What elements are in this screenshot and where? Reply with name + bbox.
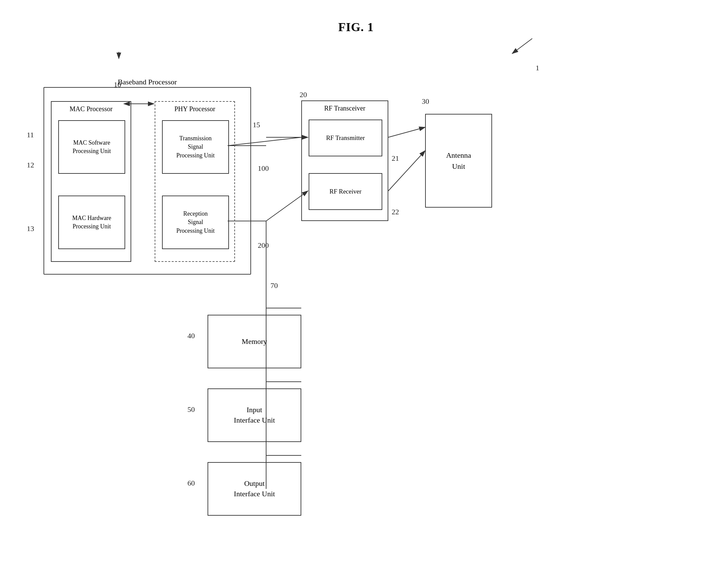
rf-receiver-box: RF Receiver — [309, 173, 382, 210]
mac-hardware-box: MAC Hardware Processing Unit — [58, 195, 125, 249]
transmission-label: Transmission Signal Processing Unit — [176, 134, 215, 160]
rf-transceiver-label: RF Transceiver — [324, 104, 366, 112]
transmission-box: Transmission Signal Processing Unit — [162, 120, 229, 174]
ref-11: 11 — [27, 131, 34, 139]
output-interface-box: Output Interface Unit — [208, 462, 301, 516]
phy-processor-label: PHY Processor — [174, 105, 215, 113]
ref-20: 20 — [300, 90, 307, 99]
ref-15: 15 — [253, 121, 260, 129]
reception-label: Reception Signal Processing Unit — [176, 210, 215, 235]
ref-60: 60 — [188, 479, 195, 487]
ref-1: 1 — [536, 64, 539, 72]
input-interface-box: Input Interface Unit — [208, 388, 301, 442]
mac-processor-label: MAC Processor — [70, 105, 112, 113]
ref-22: 22 — [392, 208, 399, 216]
phy-processor-box: PHY Processor Transmission Signal Proces… — [155, 101, 235, 262]
antenna-box: Antenna Unit — [425, 114, 492, 208]
mac-hardware-label: MAC Hardware Processing Unit — [72, 214, 111, 231]
ref-70: 70 — [271, 281, 278, 290]
ref-10: 10 — [114, 80, 121, 89]
ref-50: 50 — [188, 405, 195, 414]
rf-transmitter-label: RF Transmitter — [326, 134, 365, 142]
ref-40: 40 — [188, 332, 195, 340]
ref-21: 21 — [392, 154, 399, 163]
rf-transmitter-box: RF Transmitter — [309, 120, 382, 156]
mac-processor-box: MAC Processor MAC Software Processing Un… — [51, 101, 131, 262]
rf-receiver-label: RF Receiver — [329, 188, 362, 195]
reception-box: Reception Signal Processing Unit — [162, 195, 229, 249]
antenna-label: Antenna Unit — [446, 150, 471, 172]
mac-software-label: MAC Software Processing Unit — [73, 139, 111, 155]
baseband-processor-box: Baseband Processor MAC Processor MAC Sof… — [44, 87, 251, 275]
ref-200: 200 — [258, 241, 269, 250]
memory-box: Memory — [208, 315, 301, 368]
memory-label: Memory — [242, 337, 267, 346]
ref-12: 12 — [27, 161, 34, 169]
baseband-processor-label: Baseband Processor — [118, 78, 177, 86]
ref-100: 100 — [258, 164, 269, 173]
input-interface-label: Input Interface Unit — [234, 405, 275, 426]
rf-transceiver-box: RF Transceiver RF Transmitter RF Receive… — [301, 101, 388, 221]
ref-30: 30 — [422, 97, 429, 106]
mac-software-box: MAC Software Processing Unit — [58, 120, 125, 174]
output-interface-label: Output Interface Unit — [234, 479, 275, 499]
page-title: FIG. 1 — [0, 7, 712, 34]
ref-13: 13 — [27, 224, 34, 233]
